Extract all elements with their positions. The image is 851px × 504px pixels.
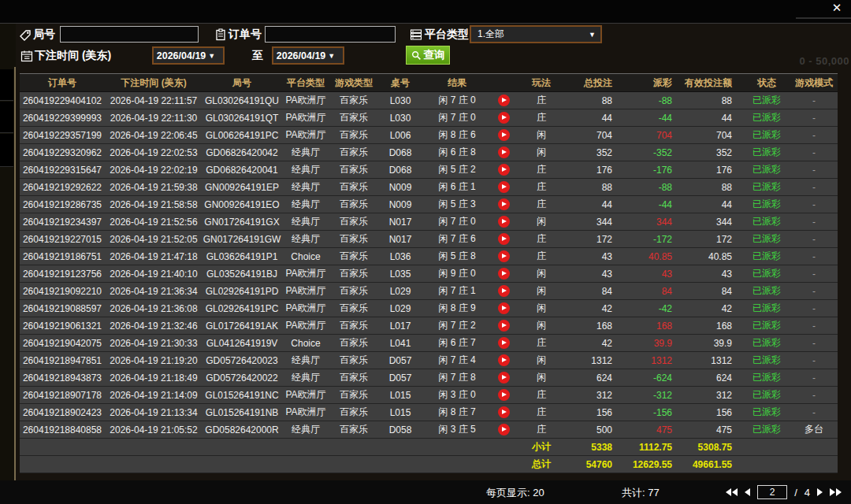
first-page-icon[interactable]: [726, 488, 738, 496]
play-cell: [491, 283, 516, 300]
cell-bet_on: 闲: [516, 127, 567, 144]
play-video-icon[interactable]: [498, 337, 510, 349]
grand-total-row: 总计5476012629.5549661.55: [20, 456, 838, 473]
play-video-icon[interactable]: [498, 233, 510, 245]
play-video-icon[interactable]: [498, 354, 510, 366]
play-video-icon[interactable]: [498, 406, 510, 418]
cell-status: 已派彩: [743, 248, 790, 265]
calendar-icon: [20, 50, 33, 62]
grand-total-row-cell: [330, 456, 377, 473]
cell-total: 42: [567, 300, 623, 317]
cell-total: 704: [567, 127, 623, 144]
play-video-icon[interactable]: [498, 164, 510, 176]
cell-table_no: N017: [377, 231, 423, 248]
record-count-label: 共计: 77: [622, 486, 660, 500]
cell-game: 百家乐: [330, 265, 377, 283]
cell-round: GL006264191PC: [203, 127, 281, 144]
cell-result: 闲 7 庄 6: [423, 231, 491, 248]
cell-valid: 1312: [683, 352, 743, 369]
cell-total: 42: [567, 335, 623, 352]
cell-round: GL029264191PC: [203, 300, 281, 317]
cell-payout: -42: [623, 300, 683, 317]
round-no-input[interactable]: [60, 26, 199, 43]
play-video-icon[interactable]: [498, 389, 510, 401]
play-video-icon[interactable]: [498, 268, 510, 280]
prev-page-icon[interactable]: [745, 488, 750, 496]
cell-result: 闲 7 庄 0: [423, 92, 491, 109]
cell-order: 260419229320962: [20, 144, 105, 161]
grand-total-row-cell: [491, 456, 516, 473]
play-video-icon[interactable]: [498, 181, 510, 193]
play-video-icon[interactable]: [498, 216, 510, 228]
play-video-icon[interactable]: [498, 320, 510, 332]
cell-time: 2026-04-19 22:02:53: [105, 144, 203, 161]
play-video-icon[interactable]: [498, 424, 510, 435]
cell-valid: 704: [683, 127, 743, 144]
cell-result: 闲 3 庄 0: [423, 387, 491, 404]
background-limit-fragment: 0 - 50,000: [799, 55, 849, 67]
cell-mode: -: [790, 300, 838, 317]
cell-payout: 84: [623, 283, 683, 300]
cell-game: 百家乐: [330, 335, 377, 352]
table-row: 2604192293999932026-04-19 22:11:30GL0302…: [20, 109, 838, 127]
background-top-strip: [0, 0, 851, 24]
order-no-input[interactable]: [265, 26, 396, 43]
cell-payout: -44: [623, 109, 683, 127]
search-icon: [411, 50, 422, 61]
cell-mode: -: [790, 283, 838, 300]
subtotal-row-cell: [377, 439, 423, 456]
cell-payout: 40.85: [623, 248, 683, 265]
cell-status: 已派彩: [743, 387, 790, 404]
cell-order: 260419219092210: [20, 283, 105, 300]
close-icon[interactable]: ✕: [830, 1, 844, 15]
subtotal-row-cell: [790, 439, 838, 456]
cell-round: GL035264191BJ: [203, 265, 281, 283]
cell-platform: 经典厅: [281, 196, 330, 213]
bet-records-table: 订单号下注时间 (美东)局号平台类型游戏类型桌号结果玩法总投注派彩有效投注额状态…: [20, 73, 838, 473]
play-video-icon[interactable]: [498, 129, 510, 141]
page-separator: /: [794, 487, 797, 498]
search-button[interactable]: 查询: [406, 46, 450, 65]
cell-table_no: N017: [377, 213, 423, 231]
cell-total: 88: [567, 92, 623, 109]
cell-time: 2026-04-19 21:05:52: [105, 421, 203, 439]
platform-type-select[interactable]: 1.全部 ▼: [470, 25, 602, 43]
page-input[interactable]: [757, 485, 787, 499]
cell-status: 已派彩: [743, 92, 790, 109]
cell-time: 2026-04-19 21:52:56: [105, 213, 203, 231]
play-video-icon[interactable]: [498, 94, 510, 106]
cell-round: GD0582642000R: [203, 421, 281, 439]
cell-time: 2026-04-19 21:14:09: [105, 387, 203, 404]
cell-time: 2026-04-19 21:32:46: [105, 317, 203, 335]
next-page-icon[interactable]: [817, 488, 823, 496]
play-video-icon[interactable]: [498, 372, 510, 384]
cell-result: 闲 9 庄 0: [423, 265, 491, 283]
chevron-down-icon: ▼: [208, 52, 220, 60]
play-video-icon[interactable]: [498, 112, 510, 124]
date-from-select[interactable]: 2026/04/19 ▼: [152, 46, 225, 65]
cell-result: 闲 7 庄 2: [423, 317, 491, 335]
cell-round: GL030264191QT: [203, 109, 281, 127]
play-video-icon[interactable]: [498, 146, 510, 158]
cell-table_no: N009: [377, 179, 423, 196]
cell-bet_on: 庄: [516, 421, 567, 439]
cell-table_no: D057: [377, 369, 423, 387]
cell-result: 闲 6 庄 7: [423, 335, 491, 352]
play-video-icon[interactable]: [498, 250, 510, 262]
table-row: 2604192188408582026-04-19 21:05:52GD0582…: [20, 421, 838, 439]
table-row: 2604192190420752026-04-19 21:30:33GL0412…: [20, 335, 838, 352]
play-video-icon[interactable]: [498, 302, 510, 314]
date-to-value: 2026/04/19: [277, 50, 329, 61]
cell-mode: -: [790, 109, 838, 127]
cell-table_no: L015: [377, 404, 423, 421]
play-video-icon[interactable]: [498, 198, 510, 210]
cell-valid: 172: [683, 231, 743, 248]
table-row: 2604192190885972026-04-19 21:36:08GL0292…: [20, 300, 838, 317]
cell-game: 百家乐: [330, 248, 377, 265]
date-to-select[interactable]: 2026/04/19 ▼: [272, 46, 344, 65]
play-video-icon[interactable]: [498, 285, 510, 297]
cell-game: 百家乐: [330, 213, 377, 231]
last-page-icon[interactable]: [830, 488, 842, 496]
cell-time: 2026-04-19 22:11:30: [105, 109, 203, 127]
cell-result: 闲 5 庄 2: [423, 161, 491, 179]
